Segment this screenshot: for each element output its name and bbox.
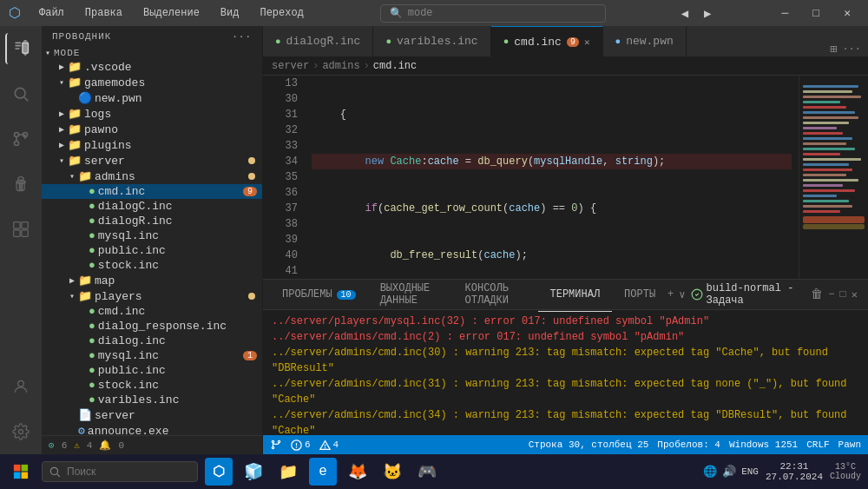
sidebar-item-stock[interactable]: ● stock.inc (42, 258, 262, 273)
taskbar-icon-4[interactable]: 🦊 (344, 458, 372, 486)
spaces-status[interactable]: Пробелов: 4 (657, 439, 720, 450)
extensions-icon[interactable] (5, 214, 36, 245)
svg-rect-10 (22, 230, 29, 237)
sidebar-item-map[interactable]: ▶ 📁 map (42, 273, 262, 288)
tab-newpwn[interactable]: ● new.pwn (603, 26, 687, 56)
panel-close-icon[interactable]: ✕ (852, 288, 858, 301)
explorer-icon[interactable] (5, 33, 36, 64)
arrow-icon: ▶ (56, 62, 68, 72)
language-indicator[interactable]: ENG (741, 466, 759, 477)
sidebar-item-logs[interactable]: ▶ 📁 logs (42, 106, 262, 122)
sidebar-item-announce[interactable]: ⚙ announce.exe (42, 423, 262, 435)
tab-cmd[interactable]: ● cmd.inc 9 ✕ (491, 26, 603, 56)
panel-tab-problems[interactable]: ПРОБЛЕМЫ 10 (270, 277, 368, 312)
file-icon: ● (89, 305, 95, 318)
app-icon: ⬡ (9, 4, 21, 22)
taskbar-search-input[interactable] (42, 461, 198, 482)
arrow-icon: ▶ (56, 140, 68, 150)
menu-view[interactable]: Вид (215, 5, 245, 21)
panel-tab-output[interactable]: ВЫХОДНЫЕ ДАННЫЕ (368, 277, 453, 312)
menu-file[interactable]: Файл (34, 5, 69, 21)
tab-dialogR[interactable]: ● dialogR.inc (263, 26, 373, 56)
breadcrumb-file[interactable]: cmd.inc (373, 60, 417, 72)
sidebar-item-admins[interactable]: ▾ 📁 admins (42, 169, 262, 184)
panel-tab-debug[interactable]: КОНСОЛЬ ОТЛАДКИ (453, 277, 538, 312)
git-branch-status[interactable] (270, 439, 282, 451)
sidebar-menu-icon[interactable]: ··· (232, 31, 252, 42)
taskbar-icon-2[interactable]: 📁 (274, 458, 302, 486)
sidebar-item-pawno[interactable]: ▶ 📁 pawno (42, 122, 262, 137)
sidebar-item-varibles[interactable]: ● varibles.inc (42, 393, 262, 407)
menu-selection[interactable]: Выделение (138, 5, 205, 21)
taskbar-icon-5[interactable]: 🐱 (378, 458, 406, 486)
arrow-icon: ▾ (42, 48, 54, 58)
sidebar-item-dialog[interactable]: ● dialog.inc (42, 334, 262, 348)
sidebar-item-gamemodes[interactable]: ▾ 📁 gamemodes (42, 75, 262, 90)
close-button[interactable]: ✕ (835, 6, 859, 20)
sidebar-item-players[interactable]: ▾ 📁 players (42, 288, 262, 304)
panel-minimize-icon[interactable]: − (828, 288, 834, 301)
sidebar-item-public[interactable]: ● public.inc (42, 243, 262, 258)
git-icon[interactable] (5, 123, 36, 155)
line-ending-status[interactable]: CRLF (806, 439, 829, 450)
encoding-status[interactable]: Windows 1251 (729, 439, 798, 450)
panel-maximize-icon[interactable]: □ (840, 288, 846, 301)
taskbar-icon-1[interactable]: 🧊 (240, 458, 267, 486)
settings-icon[interactable] (5, 416, 36, 447)
taskbar-icon-6[interactable]: 🎮 (413, 458, 441, 486)
minimize-button[interactable]: ─ (773, 7, 798, 20)
menu-edit[interactable]: Правка (80, 5, 128, 21)
sidebar-item-players-cmd[interactable]: ● cmd.inc (42, 304, 262, 319)
line-num-col: 13303132333435363738394041424344454647 (270, 76, 298, 279)
nav-forward[interactable]: ▶ (700, 6, 715, 21)
tab-varibles[interactable]: ● varibles.inc (373, 26, 490, 56)
error-status[interactable]: 6 (291, 439, 311, 451)
sidebar-item-dialogc[interactable]: ● dialogC.inc (42, 199, 262, 214)
network-icon[interactable]: 🌐 (703, 465, 717, 479)
account-icon[interactable] (5, 371, 36, 402)
weather-widget[interactable]: 13°C Cloudy (830, 462, 861, 481)
panel-content[interactable]: ../server/players/mysql.inc(32) : error … (263, 310, 868, 435)
sidebar-item-plugins[interactable]: ▶ 📁 plugins (42, 137, 262, 153)
sidebar-item-newpwn[interactable]: 🔵 new.pwn (42, 90, 262, 106)
debug-icon[interactable] (5, 169, 36, 200)
start-button[interactable] (7, 458, 35, 486)
nav-back[interactable]: ◀ (677, 6, 693, 21)
sidebar-item-dialogr[interactable]: ● dialogR.inc (42, 214, 262, 228)
search-activity-icon[interactable] (5, 78, 36, 109)
svg-point-1 (15, 88, 25, 98)
cursor-position[interactable]: Строка 30, столбец 25 (529, 439, 649, 450)
panel-tab-ports[interactable]: ПОРТЫ (612, 277, 667, 312)
sidebar-item-dialog-response[interactable]: ● dialog_response.inc (42, 319, 262, 334)
volume-icon[interactable]: 🔊 (722, 465, 736, 479)
more-actions-icon[interactable]: ··· (842, 43, 861, 56)
panel-trash-icon[interactable]: 🗑 (811, 287, 823, 301)
sidebar-item-players-mysql[interactable]: ● mysql.inc 1 (42, 348, 262, 363)
sidebar-item-mode[interactable]: ▾ MODE (42, 47, 262, 59)
sidebar-item-server-file[interactable]: 📄 server (42, 407, 262, 423)
maximize-button[interactable]: □ (804, 7, 828, 20)
breadcrumb-server[interactable]: server (272, 60, 309, 72)
svg-line-2 (24, 97, 29, 102)
breadcrumb-admins[interactable]: admins (322, 60, 359, 72)
tab-close-button[interactable]: ✕ (584, 36, 590, 48)
taskbar-clock[interactable]: 22:31 27.07.2024 (766, 461, 823, 482)
new-terminal-icon[interactable]: + (667, 288, 674, 301)
code-content[interactable]: { new Cache:cache = db_query(mysqlHandle… (305, 76, 799, 279)
sidebar-item-mysql[interactable]: ● mysql.inc (42, 228, 262, 243)
sidebar-item-server[interactable]: ▾ 📁 server (42, 153, 262, 169)
sidebar-item-players-stock[interactable]: ● stock.inc (42, 378, 262, 393)
split-editor-icon[interactable]: ⊞ (830, 42, 837, 56)
sidebar-item-cmd-inc[interactable]: ● cmd.inc 9 (42, 184, 262, 199)
taskbar-vscode-icon[interactable]: ⬡ (205, 458, 233, 486)
menu-navigate[interactable]: Переход (254, 5, 308, 21)
language-status[interactable]: Pawn (838, 439, 861, 450)
sidebar-item-vscode[interactable]: ▶ 📁 .vscode (42, 59, 262, 75)
taskbar-icon-3[interactable]: e (309, 458, 337, 486)
search-bar[interactable]: 🔍 mode (380, 4, 606, 23)
panel-tab-terminal[interactable]: ТЕРМИНАЛ (538, 277, 613, 312)
sidebar-item-players-public[interactable]: ● public.inc (42, 363, 262, 378)
warning-status[interactable]: 4 (319, 439, 339, 451)
sidebar-label-server: server (84, 155, 248, 168)
split-terminal-icon[interactable]: ∨ (679, 288, 685, 301)
